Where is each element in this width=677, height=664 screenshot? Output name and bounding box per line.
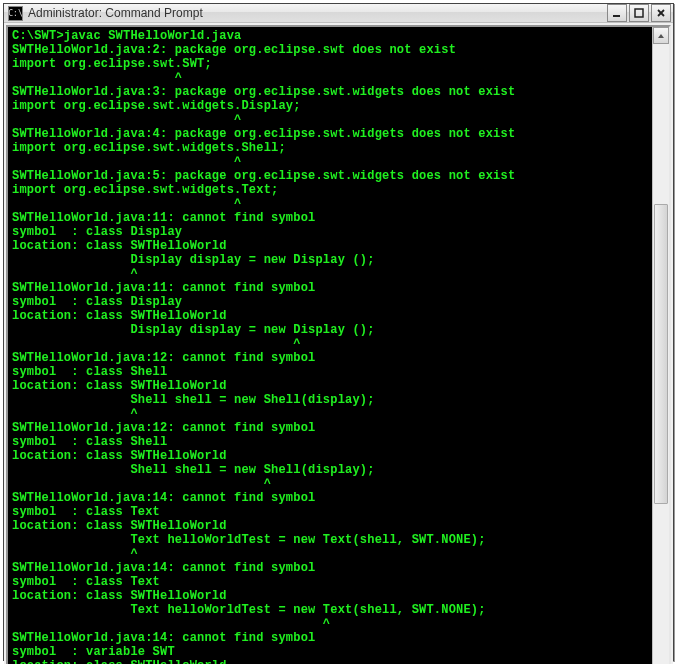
output-line: SWTHelloWorld.java:14: cannot find symbo… xyxy=(12,491,315,505)
output-line: SWTHelloWorld.java:4: package org.eclips… xyxy=(12,127,515,141)
output-line: Shell shell = new Shell(display); xyxy=(12,463,375,477)
window-controls xyxy=(607,4,671,22)
vertical-scrollbar[interactable] xyxy=(652,27,669,664)
output-line: C:\SWT>javac SWTHelloWorld.java xyxy=(12,29,241,43)
output-line: location: class SWTHelloWorld xyxy=(12,239,227,253)
output-line: location: class SWTHelloWorld xyxy=(12,659,227,664)
command-prompt-window: C:\ Administrator: Command Prompt C:\SWT… xyxy=(3,3,674,661)
output-line: ^ xyxy=(12,267,138,281)
output-line: Shell shell = new Shell(display); xyxy=(12,393,375,407)
window-titlebar[interactable]: C:\ Administrator: Command Prompt xyxy=(4,4,673,23)
client-area: C:\SWT>javac SWTHelloWorld.java SWTHello… xyxy=(4,23,673,664)
output-line: Text helloWorldTest = new Text(shell, SW… xyxy=(12,603,486,617)
output-line: SWTHelloWorld.java:3: package org.eclips… xyxy=(12,85,515,99)
output-line: import org.eclipse.swt.widgets.Text; xyxy=(12,183,278,197)
output-line: ^ xyxy=(12,477,271,491)
output-line: SWTHelloWorld.java:11: cannot find symbo… xyxy=(12,211,315,225)
output-line: SWTHelloWorld.java:5: package org.eclips… xyxy=(12,169,515,183)
output-line: Display display = new Display (); xyxy=(12,253,375,267)
output-line: ^ xyxy=(12,197,241,211)
output-line: ^ xyxy=(12,71,182,85)
output-line: SWTHelloWorld.java:2: package org.eclips… xyxy=(12,43,456,57)
output-line: import org.eclipse.swt.widgets.Shell; xyxy=(12,141,286,155)
output-line: SWTHelloWorld.java:11: cannot find symbo… xyxy=(12,281,315,295)
close-button[interactable] xyxy=(651,4,671,22)
output-line: SWTHelloWorld.java:14: cannot find symbo… xyxy=(12,561,315,575)
maximize-button[interactable] xyxy=(629,4,649,22)
output-line: location: class SWTHelloWorld xyxy=(12,309,227,323)
output-line: ^ xyxy=(12,547,138,561)
minimize-button[interactable] xyxy=(607,4,627,22)
output-line: symbol : class Display xyxy=(12,295,182,309)
cmd-icon: C:\ xyxy=(8,6,23,21)
output-line: ^ xyxy=(12,113,241,127)
output-line: import org.eclipse.swt.SWT; xyxy=(12,57,212,71)
output-line: Display display = new Display (); xyxy=(12,323,375,337)
output-line: ^ xyxy=(12,155,241,169)
svg-rect-1 xyxy=(635,9,643,17)
output-line: Text helloWorldTest = new Text(shell, SW… xyxy=(12,533,486,547)
console-output[interactable]: C:\SWT>javac SWTHelloWorld.java SWTHello… xyxy=(8,27,652,664)
output-line: ^ xyxy=(12,337,301,351)
output-line: symbol : class Text xyxy=(12,505,160,519)
window-title: Administrator: Command Prompt xyxy=(28,6,607,20)
output-line: SWTHelloWorld.java:14: cannot find symbo… xyxy=(12,631,315,645)
scrollbar-thumb[interactable] xyxy=(654,204,668,504)
output-line: location: class SWTHelloWorld xyxy=(12,449,227,463)
scroll-up-button[interactable] xyxy=(653,27,669,44)
output-line: SWTHelloWorld.java:12: cannot find symbo… xyxy=(12,351,315,365)
output-line: location: class SWTHelloWorld xyxy=(12,589,227,603)
output-line: location: class SWTHelloWorld xyxy=(12,519,227,533)
output-line: symbol : class Display xyxy=(12,225,182,239)
output-line: import org.eclipse.swt.widgets.Display; xyxy=(12,99,301,113)
output-line: ^ xyxy=(12,407,138,421)
svg-marker-4 xyxy=(658,34,664,38)
output-line: symbol : class Text xyxy=(12,575,160,589)
output-line: SWTHelloWorld.java:12: cannot find symbo… xyxy=(12,421,315,435)
scrollbar-track[interactable] xyxy=(653,44,669,664)
output-line: ^ xyxy=(12,617,330,631)
output-line: symbol : class Shell xyxy=(12,435,167,449)
output-line: symbol : variable SWT xyxy=(12,645,175,659)
output-line: symbol : class Shell xyxy=(12,365,167,379)
console-container: C:\SWT>javac SWTHelloWorld.java SWTHello… xyxy=(6,25,671,664)
output-line: location: class SWTHelloWorld xyxy=(12,379,227,393)
